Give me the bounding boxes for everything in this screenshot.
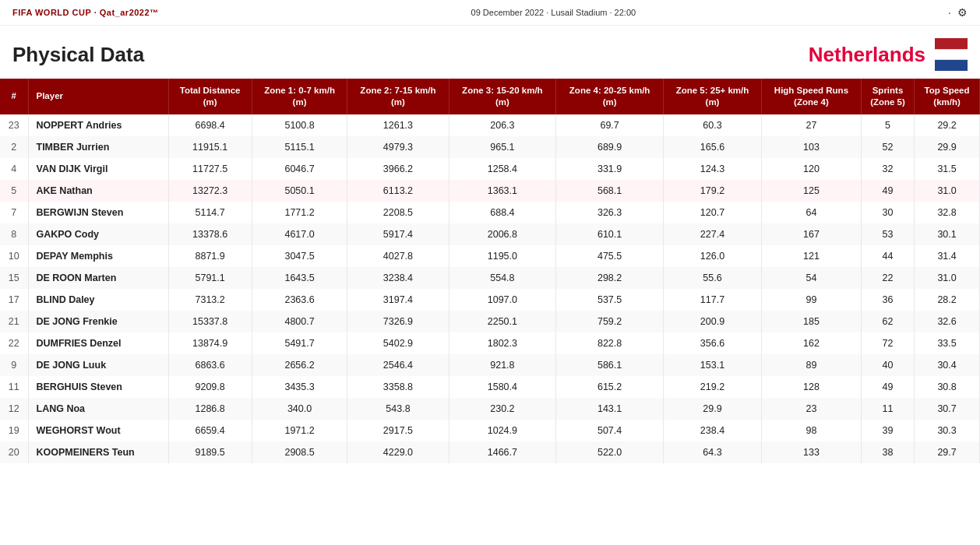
cell-hsr: 89 <box>762 354 862 376</box>
cell-z3: 2006.8 <box>449 223 556 245</box>
cell-total: 9209.8 <box>168 376 252 398</box>
cell-sprints: 40 <box>861 354 914 376</box>
table-row: 4VAN DIJK Virgil11727.56046.73966.21258.… <box>0 158 980 180</box>
cell-z5: 29.9 <box>663 398 761 420</box>
cell-num: 12 <box>0 398 28 420</box>
cell-topspeed: 32.8 <box>915 202 980 223</box>
cell-sprints: 38 <box>861 441 914 463</box>
cell-num: 5 <box>0 180 28 202</box>
cell-sprints: 22 <box>861 267 914 289</box>
cell-z2: 4979.3 <box>347 136 449 158</box>
cell-num: 2 <box>0 136 28 158</box>
cell-topspeed: 29.9 <box>915 136 980 158</box>
team-section: Netherlands <box>809 38 968 71</box>
cell-hsr: 23 <box>762 398 862 420</box>
cell-hsr: 64 <box>762 202 862 223</box>
cell-player: NOPPERT Andries <box>28 114 168 136</box>
col-player: Player <box>28 79 168 114</box>
table-row: 19WEGHORST Wout6659.41971.22917.51024.95… <box>0 420 980 441</box>
cell-z3: 1024.9 <box>449 420 556 441</box>
cell-z3: 921.8 <box>449 354 556 376</box>
cell-z1: 1971.2 <box>252 420 347 441</box>
cell-num: 4 <box>0 158 28 180</box>
cell-z5: 179.2 <box>663 180 761 202</box>
cell-z5: 60.3 <box>663 114 761 136</box>
cell-player: WEGHORST Wout <box>28 420 168 441</box>
cell-z2: 1261.3 <box>347 114 449 136</box>
cell-z1: 5050.1 <box>252 180 347 202</box>
cell-hsr: 125 <box>762 180 862 202</box>
cell-z4: 298.2 <box>556 267 664 289</box>
cell-z5: 165.6 <box>663 136 761 158</box>
col-zone5: Zone 5: 25+ km/h(m) <box>663 79 761 114</box>
cell-z4: 69.7 <box>556 114 664 136</box>
cell-z1: 1771.2 <box>252 202 347 223</box>
cell-num: 11 <box>0 376 28 398</box>
col-zone4: Zone 4: 20-25 km/h(m) <box>556 79 664 114</box>
cell-total: 7313.2 <box>168 289 252 311</box>
cell-player: LANG Noa <box>28 398 168 420</box>
cell-z4: 689.9 <box>556 136 664 158</box>
table-row: 23NOPPERT Andries6698.45100.81261.3206.3… <box>0 114 980 136</box>
cell-z3: 1580.4 <box>449 376 556 398</box>
cell-hsr: 167 <box>762 223 862 245</box>
cell-player: VAN DIJK Virgil <box>28 158 168 180</box>
cell-sprints: 39 <box>861 420 914 441</box>
col-total-distance: Total Distance(m) <box>168 79 252 114</box>
cell-z2: 2208.5 <box>347 202 449 223</box>
cell-topspeed: 31.0 <box>915 267 980 289</box>
col-top-speed: Top Speed(km/h) <box>915 79 980 114</box>
cell-z3: 965.1 <box>449 136 556 158</box>
settings-icon[interactable]: ⚙ <box>957 6 968 19</box>
flag-red-stripe <box>935 38 968 49</box>
cell-topspeed: 33.5 <box>915 332 980 354</box>
cell-z1: 2656.2 <box>252 354 347 376</box>
cell-topspeed: 29.2 <box>915 114 980 136</box>
flag-white-stripe <box>935 49 968 60</box>
dot-separator: · <box>948 6 951 19</box>
cell-z4: 610.1 <box>556 223 664 245</box>
cell-topspeed: 30.7 <box>915 398 980 420</box>
cell-sprints: 11 <box>861 398 914 420</box>
page-title: Physical Data <box>12 43 144 67</box>
cell-hsr: 121 <box>762 245 862 267</box>
header-section: Physical Data Netherlands <box>0 26 980 79</box>
table-row: 11BERGHUIS Steven9209.83435.33358.81580.… <box>0 376 980 398</box>
cell-num: 8 <box>0 223 28 245</box>
cell-hsr: 133 <box>762 441 862 463</box>
cell-hsr: 162 <box>762 332 862 354</box>
cell-z4: 326.3 <box>556 202 664 223</box>
cell-hsr: 103 <box>762 136 862 158</box>
cell-z1: 5115.1 <box>252 136 347 158</box>
cell-z4: 537.5 <box>556 289 664 311</box>
cell-z4: 475.5 <box>556 245 664 267</box>
table-row: 22DUMFRIES Denzel13874.95491.75402.91802… <box>0 332 980 354</box>
cell-z3: 2250.1 <box>449 311 556 332</box>
cell-z4: 822.8 <box>556 332 664 354</box>
cell-z5: 126.0 <box>663 245 761 267</box>
cell-topspeed: 28.2 <box>915 289 980 311</box>
cell-z5: 356.6 <box>663 332 761 354</box>
cell-player: GAKPO Cody <box>28 223 168 245</box>
cell-num: 15 <box>0 267 28 289</box>
cell-z3: 1466.7 <box>449 441 556 463</box>
cell-topspeed: 31.4 <box>915 245 980 267</box>
cell-z1: 4617.0 <box>252 223 347 245</box>
cell-total: 8871.9 <box>168 245 252 267</box>
col-number: # <box>0 79 28 114</box>
table-row: 9DE JONG Luuk6863.62656.22546.4921.8586.… <box>0 354 980 376</box>
cell-topspeed: 31.0 <box>915 180 980 202</box>
flag-blue-stripe <box>935 60 968 71</box>
cell-sprints: 32 <box>861 158 914 180</box>
col-zone3: Zone 3: 15-20 km/h(m) <box>449 79 556 114</box>
cell-z4: 615.2 <box>556 376 664 398</box>
cell-total: 13272.3 <box>168 180 252 202</box>
cell-z1: 2908.5 <box>252 441 347 463</box>
col-hsr: High Speed Runs(Zone 4) <box>762 79 862 114</box>
cell-z5: 120.7 <box>663 202 761 223</box>
cell-z1: 6046.7 <box>252 158 347 180</box>
cell-z5: 117.7 <box>663 289 761 311</box>
cell-hsr: 54 <box>762 267 862 289</box>
cell-total: 5114.7 <box>168 202 252 223</box>
table-row: 15DE ROON Marten5791.11643.53238.4554.82… <box>0 267 980 289</box>
